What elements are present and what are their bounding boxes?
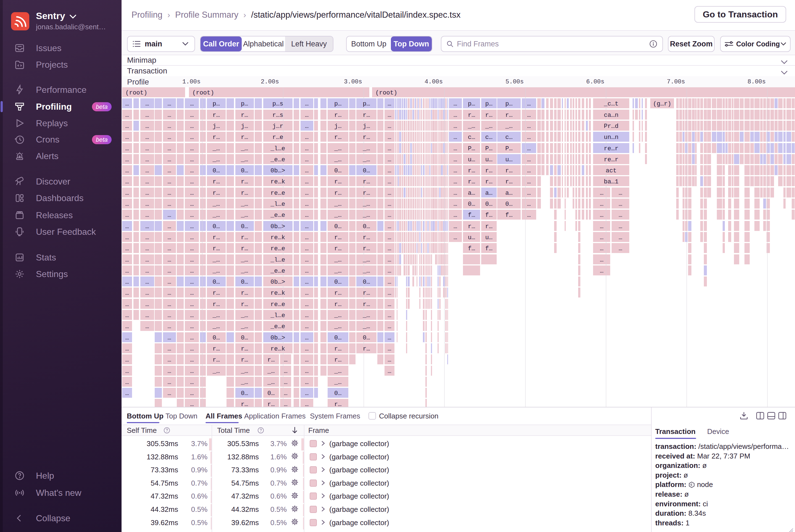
svg-text:re…r: re…r xyxy=(604,156,619,163)
svg-text:_…: _… xyxy=(212,201,220,208)
svg-text:…: … xyxy=(387,279,391,286)
svg-text:…: … xyxy=(305,301,308,308)
svg-text:…: … xyxy=(190,345,194,353)
svg-text:r…: r… xyxy=(213,245,220,252)
svg-text:…: … xyxy=(600,201,603,208)
svg-text:…: … xyxy=(145,234,149,241)
svg-text:p…: p… xyxy=(213,100,220,108)
svg-text:…: … xyxy=(305,201,308,208)
svg-text:p…: p… xyxy=(468,100,475,108)
svg-text:…: … xyxy=(167,201,171,208)
svg-text:(root): (root) xyxy=(375,90,397,96)
svg-text:re…k: re…k xyxy=(270,234,285,241)
svg-text:…: … xyxy=(387,345,391,353)
svg-text:_l…e: _l…e xyxy=(270,256,285,264)
svg-text:…: … xyxy=(190,401,194,407)
svg-text:…: … xyxy=(527,201,531,208)
svg-text:…: … xyxy=(527,100,531,108)
svg-text:…: … xyxy=(387,368,391,375)
svg-text:…: … xyxy=(454,190,457,197)
svg-text:…: … xyxy=(145,323,149,330)
svg-text:…: … xyxy=(387,112,391,119)
svg-text:c…: c… xyxy=(468,134,475,141)
svg-text:…: … xyxy=(167,312,171,319)
svg-text:r…: r… xyxy=(241,112,248,119)
svg-text:0…: 0… xyxy=(334,223,341,230)
svg-text:P…: P… xyxy=(505,145,512,152)
svg-text:…: … xyxy=(190,100,194,108)
svg-text:…: … xyxy=(167,190,171,197)
svg-text:…: … xyxy=(125,112,129,119)
svg-text:…: … xyxy=(125,368,129,375)
svg-text:…: … xyxy=(167,335,171,341)
svg-text:re…k: re…k xyxy=(270,290,285,297)
svg-text:…: … xyxy=(190,268,194,274)
svg-text:…: … xyxy=(167,245,171,252)
svg-text:…: … xyxy=(305,156,308,163)
svg-text:re…k: re…k xyxy=(270,178,285,185)
svg-text:_…: _… xyxy=(334,368,341,375)
svg-text:r…: r… xyxy=(334,190,341,197)
svg-text:…: … xyxy=(305,167,308,174)
svg-text:_…: _… xyxy=(212,368,220,375)
svg-text:…: … xyxy=(305,112,308,119)
svg-text:0b…>: 0b…> xyxy=(270,167,285,174)
svg-text:0…: 0… xyxy=(241,390,248,397)
svg-text:r…: r… xyxy=(213,190,220,197)
svg-text:j…: j… xyxy=(241,123,248,130)
svg-text:…: … xyxy=(305,234,308,241)
svg-text:…: … xyxy=(305,245,308,252)
svg-text:…: … xyxy=(145,268,149,274)
svg-text:…: … xyxy=(125,167,129,174)
svg-text:…: … xyxy=(145,201,149,208)
svg-text:r…: r… xyxy=(468,223,475,230)
svg-text:…: … xyxy=(305,256,308,264)
svg-text:_…: _… xyxy=(212,212,220,219)
svg-text:…: … xyxy=(145,134,149,141)
svg-text:…: … xyxy=(527,156,531,163)
svg-text:…: … xyxy=(190,290,194,297)
svg-text:p…: p… xyxy=(241,100,248,108)
svg-text:…: … xyxy=(190,357,194,363)
svg-text:…: … xyxy=(167,268,171,274)
svg-text:_…: _… xyxy=(212,312,220,319)
svg-text:…: … xyxy=(125,245,129,252)
svg-text:…: … xyxy=(190,212,194,219)
svg-text:f…: f… xyxy=(505,212,512,219)
svg-text:…: … xyxy=(190,245,194,252)
svg-text:0b…>: 0b…> xyxy=(270,279,285,286)
svg-text:r…: r… xyxy=(334,301,341,308)
svg-text:…: … xyxy=(619,245,622,252)
svg-text:…: … xyxy=(145,112,149,119)
svg-text:u…: u… xyxy=(505,156,512,163)
svg-text:…: … xyxy=(190,234,194,241)
svg-text:r…: r… xyxy=(485,112,492,119)
svg-text:…: … xyxy=(125,268,129,274)
svg-text:…: … xyxy=(190,145,194,152)
svg-text:…: … xyxy=(305,134,308,141)
svg-text:_…: _… xyxy=(362,312,370,319)
svg-text:…: … xyxy=(145,145,149,152)
svg-text:…: … xyxy=(387,201,391,208)
svg-text:…: … xyxy=(190,167,194,174)
svg-text:…: … xyxy=(167,100,171,108)
svg-text:_…: _… xyxy=(334,212,341,219)
svg-text:p…: p… xyxy=(334,100,341,108)
svg-text:…: … xyxy=(190,178,194,185)
svg-text:_…: _… xyxy=(334,156,341,163)
svg-text:…: … xyxy=(619,212,622,219)
svg-text:…: … xyxy=(167,112,171,119)
svg-text:_…: _… xyxy=(362,201,370,208)
svg-text:r…: r… xyxy=(468,167,475,174)
svg-text:r…: r… xyxy=(213,234,220,241)
svg-text:…: … xyxy=(527,167,531,174)
svg-text:…: … xyxy=(454,123,457,130)
svg-text:…: … xyxy=(190,134,194,141)
svg-text:f…: f… xyxy=(485,245,492,252)
svg-text:…: … xyxy=(190,368,194,375)
svg-text:…: … xyxy=(145,212,149,219)
svg-text:…: … xyxy=(619,234,622,241)
svg-text:a…: a… xyxy=(505,190,512,197)
svg-text:…: … xyxy=(527,178,531,185)
svg-text:r…: r… xyxy=(213,178,220,185)
